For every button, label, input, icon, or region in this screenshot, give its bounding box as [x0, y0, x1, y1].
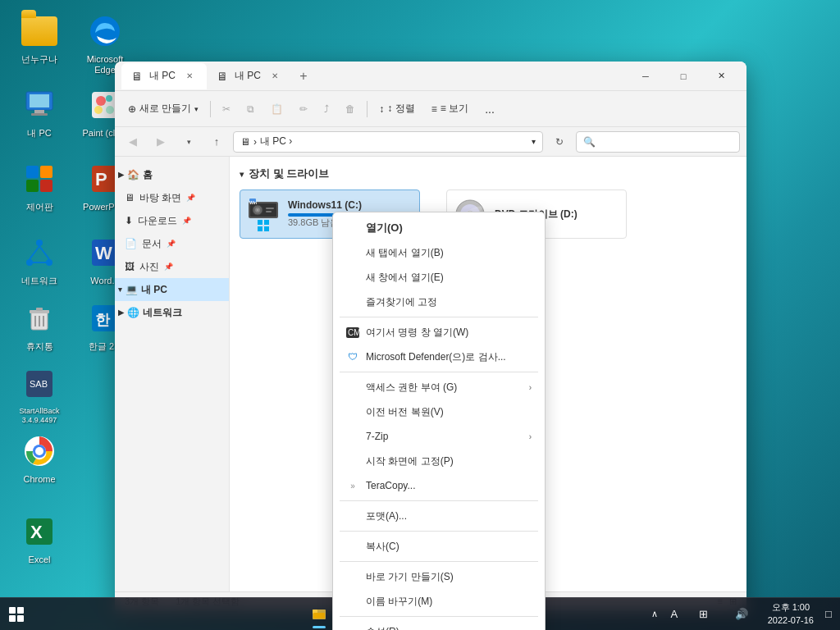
explorer-icon — [311, 606, 327, 623]
taskbar-explorer[interactable] — [303, 598, 336, 631]
documents-icon: 📄 — [125, 238, 137, 249]
close-button[interactable]: ✕ — [702, 63, 740, 89]
desktop: 넌누구나 Microsoft Edge 내 PC — [0, 0, 840, 630]
rename-button[interactable]: ✏ — [293, 96, 314, 122]
sidebar: ▶ 🏠 홈 🖥 바탕 화면 📌 ⬇ 다운로드 📌 📄 문서 � — [115, 157, 230, 591]
tray-multi-desktop[interactable]: ⊞ — [687, 598, 720, 631]
view-button[interactable]: ≡ ≡ 보기 — [425, 96, 475, 122]
sidebar-item-desktop[interactable]: 🖥 바탕 화면 📌 — [115, 186, 229, 209]
svg-line-19 — [30, 246, 39, 259]
new-tab-button[interactable]: + — [292, 65, 315, 88]
desktop-icon-excel[interactable]: X Excel — [7, 507, 72, 570]
svg-point-6 — [96, 96, 106, 106]
svg-rect-59 — [313, 613, 325, 619]
address-path[interactable]: 🖥 › 내 PC › ▾ — [233, 131, 543, 153]
desktop-icon-trash[interactable]: 휴지통 — [7, 294, 72, 357]
ctx-open-window[interactable]: 새 창에서 열기(E) — [333, 265, 545, 290]
refresh-button[interactable]: ↻ — [548, 130, 571, 153]
ctx-teracopy[interactable]: » TeraCopy... — [333, 473, 545, 498]
sidebar-item-mypc[interactable]: ▾ 💻 내 PC — [115, 278, 229, 301]
path-icon: 🖥 — [240, 136, 250, 148]
svg-rect-49 — [264, 220, 269, 225]
ctx-open[interactable]: 열기(O) — [333, 216, 545, 240]
tab-1[interactable]: 🖥 내 PC ✕ — [121, 63, 207, 89]
tray-speaker[interactable]: 🔊 — [725, 598, 758, 631]
svg-rect-2 — [30, 94, 49, 107]
back-button[interactable]: ◀ — [121, 130, 144, 153]
forward-button[interactable]: ▶ — [149, 130, 172, 153]
svg-point-7 — [106, 95, 112, 102]
desktop-icon-startallback[interactable]: SAB StartAllBack 3.4.9.4497 — [7, 359, 72, 430]
share-button[interactable]: ⤴ — [317, 96, 336, 122]
ctx-rename[interactable]: 이름 바꾸기(M) — [333, 589, 545, 614]
download-icon: ⬇ — [125, 215, 133, 226]
sidebar-item-home[interactable]: ▶ 🏠 홈 — [115, 163, 229, 186]
ctx-pin[interactable]: 즐겨찾기에 고정 — [333, 290, 545, 314]
mypc-icon: 💻 — [126, 284, 138, 295]
ctx-open-tab[interactable]: 새 탭에서 열기(B) — [333, 240, 545, 265]
svg-point-8 — [94, 106, 103, 114]
svg-rect-11 — [40, 166, 52, 178]
tray-font[interactable]: A — [666, 598, 682, 631]
pin-icon-pic: 📌 — [164, 262, 173, 271]
copy-icon: ⧉ — [247, 103, 254, 115]
new-button[interactable]: ⊕ 새로 만들기 ▾ — [121, 96, 205, 122]
ctx-shortcut[interactable]: 바로 가기 만들기(S) — [333, 564, 545, 589]
ctx-teracopy-icon: » — [346, 482, 359, 491]
ctx-format[interactable]: 포맷(A)... — [333, 504, 545, 528]
desktop-icon-control[interactable]: 제어판 — [7, 154, 72, 217]
svg-rect-12 — [26, 180, 39, 192]
start-button[interactable] — [0, 598, 33, 631]
search-icon: 🔍 — [583, 136, 596, 148]
desktop-icon-folder[interactable]: 넌누구나 — [7, 7, 72, 70]
copy-button[interactable]: ⧉ — [240, 96, 261, 122]
ctx-7zip[interactable]: 7-Zip › — [333, 424, 545, 449]
desktop-icon-chrome[interactable]: Chrome — [7, 427, 72, 490]
maximize-button[interactable]: □ — [664, 63, 702, 89]
svg-rect-3 — [34, 110, 44, 113]
rename-icon: ✏ — [299, 103, 308, 115]
svg-rect-4 — [31, 113, 48, 116]
history-button[interactable]: ▾ — [177, 130, 200, 153]
up-button[interactable]: ↑ — [205, 130, 228, 153]
minimize-button[interactable]: ─ — [627, 63, 664, 89]
ctx-defender[interactable]: 🛡 Microsoft Defender(으)로 검사... — [333, 345, 545, 369]
ctx-cmd[interactable]: CMD 여기서 명령 창 열기(W) — [333, 320, 545, 345]
tab-2[interactable]: 🖥 내 PC ✕ — [207, 63, 292, 89]
sort-button[interactable]: ↕ ↕ 정렬 — [372, 96, 421, 122]
ctx-sep-6 — [340, 616, 538, 617]
desktop-label: 바탕 화면 — [139, 191, 181, 205]
tab-close-1[interactable]: ✕ — [182, 69, 197, 84]
ctx-copy[interactable]: 복사(C) — [333, 534, 545, 559]
clock-area[interactable]: 오후 1:00 2022-07-16 — [765, 601, 817, 627]
ctx-restore[interactable]: 이전 버전 복원(V) — [333, 399, 545, 424]
ctx-pin-start[interactable]: 시작 화면에 고정(P) — [333, 449, 545, 473]
desktop-icon-network[interactable]: 네트워크 — [7, 228, 72, 291]
search-box[interactable]: 🔍 — [576, 131, 740, 153]
drive-c-icon: Win — [247, 197, 280, 231]
pin-icon-doc: 📌 — [167, 240, 176, 248]
tab-close-2[interactable]: ✕ — [267, 69, 282, 84]
cut-button[interactable]: ✂ — [216, 96, 237, 122]
home-label: 홈 — [143, 168, 153, 182]
ctx-access[interactable]: 액세스 권한 부여 (G) › — [333, 375, 545, 399]
notification-button[interactable]: □ — [817, 598, 840, 631]
delete-button[interactable]: 🗑 — [339, 96, 362, 122]
pictures-icon: 🖼 — [125, 261, 135, 272]
share-icon: ⤴ — [324, 103, 329, 115]
desktop-icon-mypc[interactable]: 내 PC — [7, 80, 72, 144]
sidebar-item-documents[interactable]: 📄 문서 📌 — [115, 232, 229, 255]
sidebar-item-network[interactable]: ▶ 🌐 네트워크 — [115, 301, 229, 324]
network-icon: 🌐 — [127, 307, 139, 318]
paste-button[interactable]: 📋 — [264, 96, 290, 122]
sidebar-item-pictures[interactable]: 🖼 사진 📌 — [115, 255, 229, 278]
tray-chevron[interactable]: ∧ — [648, 598, 661, 631]
path-chevron: ▾ — [532, 137, 536, 146]
ctx-properties[interactable]: 속성(R) — [333, 619, 545, 630]
expand-icon-net: ▶ — [118, 308, 124, 317]
ctx-sep-5 — [340, 561, 538, 562]
new-chevron: ▾ — [194, 105, 199, 113]
sidebar-item-downloads[interactable]: ⬇ 다운로드 📌 — [115, 209, 229, 232]
svg-rect-13 — [40, 180, 52, 192]
more-button[interactable]: ... — [478, 98, 501, 121]
